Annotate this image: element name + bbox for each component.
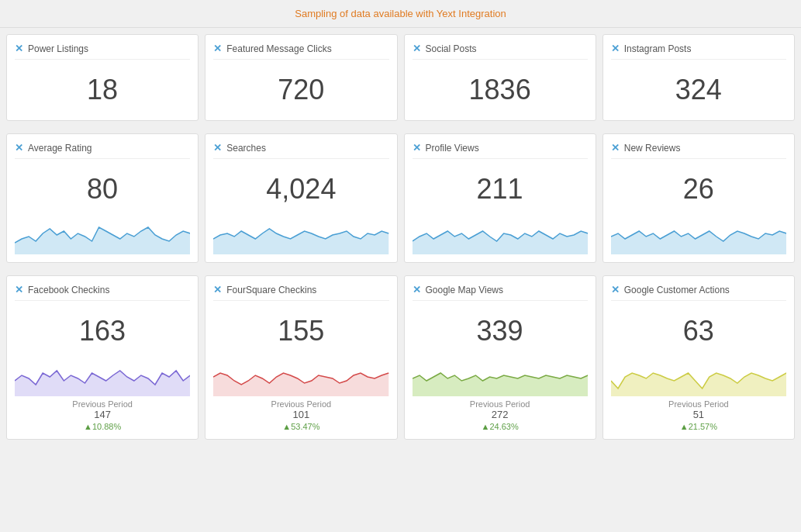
card-average-rating: ✕Average Rating80 xyxy=(6,133,199,263)
card-value-new-reviews: 26 xyxy=(611,165,786,212)
card-searches: ✕Searches4,024 xyxy=(205,133,397,263)
x-icon: ✕ xyxy=(213,142,222,154)
change-google-map-views: ▲24.63% xyxy=(413,422,588,431)
change-google-customer-actions: ▲21.57% xyxy=(611,422,786,431)
card-value-google-customer-actions: 63 xyxy=(611,307,786,354)
x-icon: ✕ xyxy=(611,284,620,295)
card-header-new-reviews: ✕New Reviews xyxy=(611,142,786,159)
card-google-customer-actions: ✕Google Customer Actions63 Previous Peri… xyxy=(602,275,795,440)
change-foursquare-checkins: ▲53.47% xyxy=(213,422,388,431)
card-header-searches: ✕Searches xyxy=(213,142,388,159)
card-header-power-listings: ✕Power Listings xyxy=(15,43,190,60)
card-foursquare-checkins: ✕FourSquare Checkins155 Previous Period1… xyxy=(205,275,397,440)
chart-google-customer-actions xyxy=(611,354,786,396)
prev-period-facebook-checkins: Previous Period xyxy=(15,399,190,409)
row1-grid: ✕Power Listings18✕Featured Message Click… xyxy=(0,28,801,127)
card-label: Profile Views xyxy=(426,143,479,154)
card-google-map-views: ✕Google Map Views339 Previous Period272▲… xyxy=(404,275,596,440)
x-icon: ✕ xyxy=(611,142,620,154)
card-label: Featured Message Clicks xyxy=(226,43,331,54)
x-icon: ✕ xyxy=(413,142,421,154)
chart-searches xyxy=(213,212,388,254)
x-icon: ✕ xyxy=(213,43,222,54)
card-value-social-posts: 1836 xyxy=(413,66,588,112)
page-wrapper: Sampling of data available with Yext Int… xyxy=(0,0,801,532)
x-icon: ✕ xyxy=(611,43,620,54)
x-icon: ✕ xyxy=(213,284,222,295)
card-value-searches: 4,024 xyxy=(213,165,388,212)
x-icon: ✕ xyxy=(15,284,23,295)
row2-grid: ✕Average Rating80 ✕Searches4,024 ✕Profil… xyxy=(0,127,801,269)
card-label: New Reviews xyxy=(624,143,681,154)
card-value-profile-views: 211 xyxy=(413,165,588,212)
card-header-foursquare-checkins: ✕FourSquare Checkins xyxy=(213,284,388,301)
card-header-google-map-views: ✕Google Map Views xyxy=(413,284,588,301)
chart-facebook-checkins xyxy=(15,354,190,396)
card-value-power-listings: 18 xyxy=(15,66,190,112)
prev-period-google-map-views: Previous Period xyxy=(413,399,588,409)
card-label: Facebook Checkins xyxy=(28,285,109,295)
card-label: Instagram Posts xyxy=(624,43,692,54)
card-instagram-posts: ✕Instagram Posts324 xyxy=(602,34,795,121)
card-header-profile-views: ✕Profile Views xyxy=(413,142,588,159)
card-facebook-checkins: ✕Facebook Checkins163 Previous Period147… xyxy=(6,275,199,440)
card-header-featured-message-clicks: ✕Featured Message Clicks xyxy=(213,43,388,60)
card-header-average-rating: ✕Average Rating xyxy=(15,142,190,159)
x-icon: ✕ xyxy=(413,284,421,295)
prev-value-facebook-checkins: 147 xyxy=(15,409,190,420)
chart-google-map-views xyxy=(413,354,588,396)
chart-profile-views xyxy=(413,212,588,254)
prev-period-foursquare-checkins: Previous Period xyxy=(213,399,388,409)
card-value-foursquare-checkins: 155 xyxy=(213,307,388,354)
card-value-average-rating: 80 xyxy=(15,165,190,212)
chart-foursquare-checkins xyxy=(213,354,388,396)
card-featured-message-clicks: ✕Featured Message Clicks720 xyxy=(205,34,397,121)
x-icon: ✕ xyxy=(15,142,23,154)
card-value-featured-message-clicks: 720 xyxy=(213,66,388,112)
card-social-posts: ✕Social Posts1836 xyxy=(404,34,596,121)
card-label: FourSquare Checkins xyxy=(226,285,316,295)
change-facebook-checkins: ▲10.88% xyxy=(15,422,190,431)
prev-value-google-customer-actions: 51 xyxy=(611,409,786,420)
card-label: Searches xyxy=(226,143,266,154)
card-label: Social Posts xyxy=(426,43,477,54)
card-value-google-map-views: 339 xyxy=(413,307,588,354)
chart-new-reviews xyxy=(611,212,786,254)
row3-grid: ✕Facebook Checkins163 Previous Period147… xyxy=(0,269,801,446)
card-new-reviews: ✕New Reviews26 xyxy=(602,133,795,263)
prev-value-google-map-views: 272 xyxy=(413,409,588,420)
card-power-listings: ✕Power Listings18 xyxy=(6,34,199,121)
card-label: Google Customer Actions xyxy=(624,285,730,295)
prev-period-google-customer-actions: Previous Period xyxy=(611,399,786,409)
card-profile-views: ✕Profile Views211 xyxy=(404,133,596,263)
x-icon: ✕ xyxy=(15,43,23,54)
card-header-google-customer-actions: ✕Google Customer Actions xyxy=(611,284,786,301)
card-label: Google Map Views xyxy=(426,285,504,295)
card-value-instagram-posts: 324 xyxy=(611,66,786,112)
card-label: Average Rating xyxy=(28,143,92,154)
x-icon: ✕ xyxy=(413,43,421,54)
card-header-facebook-checkins: ✕Facebook Checkins xyxy=(15,284,190,301)
top-banner: Sampling of data available with Yext Int… xyxy=(0,0,801,28)
chart-average-rating xyxy=(15,212,190,254)
prev-value-foursquare-checkins: 101 xyxy=(213,409,388,420)
card-value-facebook-checkins: 163 xyxy=(15,307,190,354)
banner-text: Sampling of data available with Yext Int… xyxy=(295,8,506,19)
card-header-social-posts: ✕Social Posts xyxy=(413,43,588,60)
card-header-instagram-posts: ✕Instagram Posts xyxy=(611,43,786,60)
card-label: Power Listings xyxy=(28,43,88,54)
